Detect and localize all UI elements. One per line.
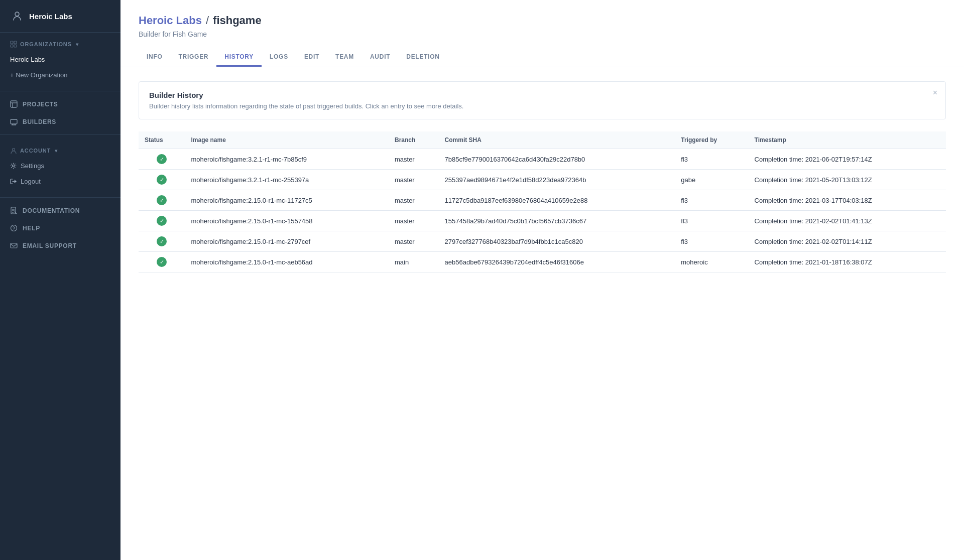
triggered-by-cell: fl3 xyxy=(675,231,748,252)
svg-point-20 xyxy=(14,229,14,230)
svg-rect-3 xyxy=(11,45,13,47)
sidebar: Heroic Labs ORGANIZATIONS ▾ Heroic Labs … xyxy=(0,0,120,560)
timestamp-cell: Completion time: 2021-02-02T01:41:13Z xyxy=(749,211,946,231)
table-row[interactable]: ✓moheroic/fishgame:2.15.0-r1-mc-1557458m… xyxy=(139,211,946,231)
sidebar-divider-1 xyxy=(0,91,120,91)
org-name: Heroic Labs xyxy=(10,56,45,63)
timestamp-cell: Completion time: 2021-01-18T16:38:07Z xyxy=(749,252,946,272)
sidebar-item-builders[interactable]: BUILDERS xyxy=(0,113,120,130)
svg-rect-5 xyxy=(11,101,17,107)
status-success-icon: ✓ xyxy=(157,195,167,205)
settings-label: Settings xyxy=(21,162,44,170)
history-table: StatusImage nameBranchCommit SHATriggere… xyxy=(139,131,946,272)
image-name-cell: moheroic/fishgame:3.2.1-r1-mc-255397a xyxy=(185,170,388,190)
logout-label: Logout xyxy=(21,178,41,185)
table-row[interactable]: ✓moheroic/fishgame:3.2.1-r1-mc-255397ama… xyxy=(139,170,946,190)
table-row[interactable]: ✓moheroic/fishgame:2.15.0-r1-mc-aeb56adm… xyxy=(139,252,946,272)
timestamp-cell: Completion time: 2021-06-02T19:57:14Z xyxy=(749,149,946,170)
status-cell: ✓ xyxy=(139,149,185,170)
tab-trigger[interactable]: TRIGGER xyxy=(171,48,217,67)
sidebar-item-documentation[interactable]: DOCUMENTATION xyxy=(0,202,120,219)
status-cell: ✓ xyxy=(139,170,185,190)
sidebar-item-email-support[interactable]: EMAIL SUPPORT xyxy=(0,237,120,254)
triggered-by-cell: moheroic xyxy=(675,252,748,272)
sidebar-divider-3 xyxy=(0,197,120,198)
help-label: HELP xyxy=(23,225,40,232)
chevron-down-icon: ▾ xyxy=(76,42,79,47)
page-header: Heroic Labs / fishgame Builder for Fish … xyxy=(120,0,964,67)
timestamp-cell: Completion time: 2021-03-17T04:03:18Z xyxy=(749,190,946,211)
commit-sha-cell: aeb56adbe679326439b7204edff4c5e46f31606e xyxy=(439,252,675,272)
table-header-status: Status xyxy=(139,131,185,149)
tab-bar: INFOTRIGGERHISTORYLOGSEDITTEAMAUDITDELET… xyxy=(139,48,946,67)
logo-text: Heroic Labs xyxy=(29,12,72,21)
tab-audit[interactable]: AUDIT xyxy=(362,48,398,67)
info-box-description: Builder history lists information regard… xyxy=(149,102,935,110)
account-label: ACCOUNT xyxy=(20,148,51,154)
status-success-icon: ✓ xyxy=(157,175,167,185)
status-success-icon: ✓ xyxy=(157,216,167,226)
sidebar-logo[interactable]: Heroic Labs xyxy=(0,0,120,33)
svg-point-12 xyxy=(13,149,15,151)
status-success-icon: ✓ xyxy=(157,236,167,246)
branch-cell: main xyxy=(389,252,439,272)
table-header-branch: Branch xyxy=(389,131,439,149)
sidebar-item-new-organization[interactable]: + New Organization xyxy=(0,67,120,83)
svg-point-19 xyxy=(11,225,17,231)
status-success-icon: ✓ xyxy=(157,257,167,267)
svg-rect-4 xyxy=(14,45,17,47)
sidebar-item-settings[interactable]: Settings xyxy=(0,158,120,174)
svg-rect-1 xyxy=(11,41,13,44)
info-box: Builder History Builder history lists in… xyxy=(139,81,946,119)
commit-sha-cell: 11727c5dba9187eef63980e76804a410659e2e88 xyxy=(439,190,675,211)
svg-rect-8 xyxy=(11,119,17,124)
svg-rect-2 xyxy=(14,41,17,44)
organizations-label: ORGANIZATIONS xyxy=(20,41,72,47)
triggered-by-cell: gabe xyxy=(675,170,748,190)
sidebar-item-logout[interactable]: Logout xyxy=(0,174,120,189)
sidebar-item-projects[interactable]: PROJECTS xyxy=(0,95,120,113)
table-row[interactable]: ✓moheroic/fishgame:3.2.1-r1-mc-7b85cf9ma… xyxy=(139,149,946,170)
sidebar-item-help[interactable]: HELP xyxy=(0,219,120,237)
image-name-cell: moheroic/fishgame:3.2.1-r1-mc-7b85cf9 xyxy=(185,149,388,170)
breadcrumb: Heroic Labs / fishgame xyxy=(139,14,946,27)
table-header-image-name: Image name xyxy=(185,131,388,149)
commit-sha-cell: 2797cef327768b40323baf7d9b4fbb1c1ca5c820 xyxy=(439,231,675,252)
branch-cell: master xyxy=(389,211,439,231)
info-box-close-button[interactable]: × xyxy=(933,89,937,97)
info-box-title: Builder History xyxy=(149,91,935,99)
status-cell: ✓ xyxy=(139,190,185,211)
tab-history[interactable]: HISTORY xyxy=(216,48,262,67)
tab-edit[interactable]: EDIT xyxy=(296,48,327,67)
table-row[interactable]: ✓moheroic/fishgame:2.15.0-r1-mc-11727c5m… xyxy=(139,190,946,211)
tab-deletion[interactable]: DELETION xyxy=(398,48,447,67)
tab-team[interactable]: TEAM xyxy=(327,48,362,67)
image-name-cell: moheroic/fishgame:2.15.0-r1-mc-11727c5 xyxy=(185,190,388,211)
tab-info[interactable]: INFO xyxy=(139,48,171,67)
sidebar-item-heroic-labs[interactable]: Heroic Labs xyxy=(0,52,120,67)
status-success-icon: ✓ xyxy=(157,154,167,164)
table-header-triggered-by: Triggered by xyxy=(675,131,748,149)
tab-logs[interactable]: LOGS xyxy=(262,48,296,67)
commit-sha-cell: 7b85cf9e7790016370642ca6d430fa29c22d78b0 xyxy=(439,149,675,170)
logo-icon xyxy=(10,9,24,23)
image-name-cell: moheroic/fishgame:2.15.0-r1-mc-2797cef xyxy=(185,231,388,252)
table-row[interactable]: ✓moheroic/fishgame:2.15.0-r1-mc-2797cefm… xyxy=(139,231,946,252)
commit-sha-cell: 255397aed9894671e4f2e1df58d223dea972364b xyxy=(439,170,675,190)
breadcrumb-org-link[interactable]: Heroic Labs xyxy=(139,14,202,27)
new-org-label: + New Organization xyxy=(10,71,68,79)
sidebar-divider-2 xyxy=(0,134,120,135)
image-name-cell: moheroic/fishgame:2.15.0-r1-mc-aeb56ad xyxy=(185,252,388,272)
status-cell: ✓ xyxy=(139,252,185,272)
breadcrumb-project: fishgame xyxy=(213,14,262,27)
table-header-row: StatusImage nameBranchCommit SHATriggere… xyxy=(139,131,946,149)
table-header: StatusImage nameBranchCommit SHATriggere… xyxy=(139,131,946,149)
svg-point-0 xyxy=(15,12,19,16)
triggered-by-cell: fl3 xyxy=(675,149,748,170)
branch-cell: master xyxy=(389,170,439,190)
page-content: Builder History Builder history lists in… xyxy=(120,67,964,287)
status-cell: ✓ xyxy=(139,211,185,231)
main-content: Heroic Labs / fishgame Builder for Fish … xyxy=(120,0,964,560)
chevron-down-account-icon: ▾ xyxy=(55,148,58,154)
image-name-cell: moheroic/fishgame:2.15.0-r1-mc-1557458 xyxy=(185,211,388,231)
